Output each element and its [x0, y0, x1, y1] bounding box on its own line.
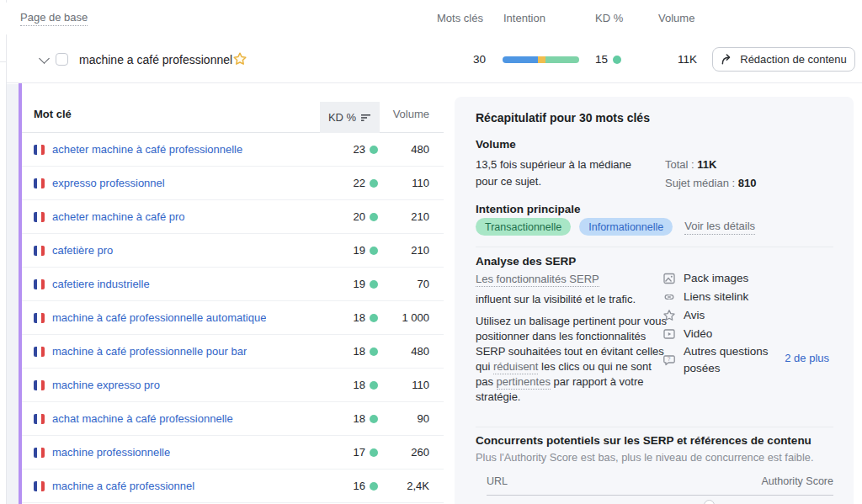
keyword-link[interactable]: achat machine à café professionnelle — [52, 412, 233, 425]
serp-feature: ?Autres questions posées — [662, 343, 780, 377]
keyword-link[interactable]: machine professionnelle — [52, 446, 170, 459]
kd-dot — [370, 213, 378, 221]
kd-cell: 22 — [312, 177, 378, 189]
serp-feature: Pack images — [662, 269, 780, 288]
kd-cell: 18 — [312, 311, 378, 324]
france-flag-icon — [34, 313, 45, 323]
keyword-rows: acheter machine à café professionnelle 2… — [22, 133, 444, 503]
kd-dot — [370, 448, 378, 457]
reduce-clicks-link[interactable]: réduisent — [493, 360, 538, 374]
keyword-link[interactable]: cafetiere industrielle — [52, 278, 150, 290]
serp-feature-label: Autres questions posées — [684, 343, 780, 377]
intent-segment-informational — [545, 56, 579, 63]
keyword-link[interactable]: acheter machine à café pro — [52, 210, 185, 223]
kd-dot — [370, 415, 378, 423]
keyword-link[interactable]: machine à café professionnelle automatiq… — [52, 311, 266, 324]
keyword-table: Mot clé KD % Volume acheter machine à ca… — [22, 93, 444, 504]
base-page-keyword: machine a café professionnel — [79, 53, 232, 66]
keyword-link[interactable]: acheter machine à café professionnelle — [52, 143, 242, 156]
kd-cell: 16 — [312, 480, 378, 492]
relevant-link[interactable]: pertinentes — [497, 375, 551, 390]
serp-feature: Avis — [662, 306, 780, 325]
france-flag-icon — [34, 414, 45, 424]
serp-feature-label: Vidéo — [684, 326, 712, 342]
table-row: machine à café professionnelle pour bar … — [22, 335, 444, 369]
kd-dot — [370, 247, 378, 255]
france-flag-icon — [34, 347, 45, 357]
keyword-link[interactable]: machine a café professionnel — [52, 480, 194, 492]
competitors-subtitle: Plus l'Authority Score est bas, plus le … — [476, 451, 814, 464]
competitor-favicon — [704, 500, 715, 504]
column-header-mots-cles[interactable]: Mots clés — [437, 12, 483, 24]
serp-feature-list: Pack imagesLiens sitelinkAvisVidéo?Autre… — [662, 269, 780, 377]
redirect-arrow-icon — [721, 53, 733, 66]
column-header-intention[interactable]: Intention — [503, 12, 545, 24]
summary-panel: Récapitulatif pour 30 mots clés Volume 1… — [455, 97, 854, 504]
kd-cell: 23 — [312, 143, 378, 156]
kd-dot — [370, 179, 378, 188]
volume-cell: 70 — [378, 278, 444, 290]
table-header-volume: Volume — [393, 108, 429, 120]
video-icon — [662, 327, 676, 341]
row-checkbox[interactable] — [56, 53, 68, 66]
more-features-link[interactable]: 2 de plus — [785, 352, 829, 364]
image-pack-icon — [662, 272, 676, 285]
serp-paragraph: Utilisez un balisage pertinent pour vous… — [476, 314, 669, 405]
kd-dot — [370, 280, 378, 289]
table-header-kd-sort[interactable]: KD % — [320, 102, 380, 133]
competitors-authority-header: Authority Score — [762, 475, 833, 487]
intent-section-label: Intention principale — [476, 203, 581, 215]
volume-cell: 480 — [378, 345, 444, 358]
kd-cell: 19 — [312, 244, 378, 257]
collapse-chevron-icon[interactable] — [39, 53, 50, 64]
sitelink-icon — [662, 290, 676, 304]
column-header-kd[interactable]: KD % — [595, 12, 623, 24]
summary-title: Récapitulatif pour 30 mots clés — [476, 111, 650, 125]
group-gutter — [7, 84, 19, 504]
kd-cell: 20 — [312, 210, 378, 223]
keyword-link[interactable]: expresso professionnel — [52, 177, 165, 189]
france-flag-icon — [34, 481, 45, 491]
intent-pill: Informationnelle — [579, 218, 673, 236]
volume-cell: 110 — [378, 177, 444, 189]
keyword-link[interactable]: cafetière pro — [52, 244, 113, 257]
volume-cell: 260 — [378, 446, 444, 459]
kd-cell: 18 — [312, 345, 378, 358]
content-writing-button[interactable]: Rédaction de contenu — [712, 47, 855, 72]
serp-intro-text: influent sur la visibilité et le trafic. — [476, 293, 636, 305]
column-header-volume[interactable]: Volume — [658, 12, 694, 24]
kd-dot — [370, 381, 378, 390]
kd-cell: 18 — [312, 412, 378, 425]
volume-median: Sujet médian : 810 — [665, 177, 756, 189]
keyword-link[interactable]: machine à café professionnelle pour bar — [52, 345, 247, 358]
table-row: machine professionnelle 17 260 — [22, 436, 444, 470]
intent-bar — [503, 56, 579, 63]
volume-cell: 480 — [378, 143, 444, 156]
volume-cell: 1 000 — [378, 311, 444, 324]
intent-details-link[interactable]: Voir les détails — [684, 220, 755, 235]
france-flag-icon — [34, 448, 45, 458]
kd-dot — [370, 347, 378, 356]
serp-features-link[interactable]: Les fonctionnalités SERP — [476, 273, 599, 287]
volume-section-label: Volume — [476, 138, 516, 151]
pills-slot: TransactionnelleInformationnelle — [476, 218, 673, 236]
base-page-sort-link[interactable]: Page de base — [20, 11, 88, 26]
base-volume-value: 11K — [668, 53, 697, 66]
volume-cell: 210 — [378, 244, 444, 257]
keyword-table-header: Mot clé KD % Volume — [22, 93, 444, 133]
volume-cell: 90 — [378, 412, 444, 425]
kd-dot — [370, 146, 378, 154]
favorite-star-icon[interactable] — [232, 51, 247, 66]
content-writing-button-label: Rédaction de contenu — [740, 53, 846, 66]
table-row: achat machine à café professionnelle 18 … — [22, 402, 444, 436]
competitors-title: Concurrents potentiels sur les SERP et r… — [476, 434, 811, 447]
keyword-link[interactable]: machine expresso pro — [52, 379, 160, 391]
section-divider — [476, 427, 833, 427]
left-stub-divider — [0, 61, 6, 62]
intent-pill: Transactionnelle — [476, 218, 571, 236]
volume-description-2: pour ce sujet. — [476, 175, 541, 188]
france-flag-icon — [34, 279, 45, 289]
table-row: machine a café professionnel 16 2,4K — [22, 470, 444, 503]
base-page-row: machine a café professionnel 30 15 11K R… — [7, 34, 862, 83]
kd-dot — [370, 482, 378, 491]
